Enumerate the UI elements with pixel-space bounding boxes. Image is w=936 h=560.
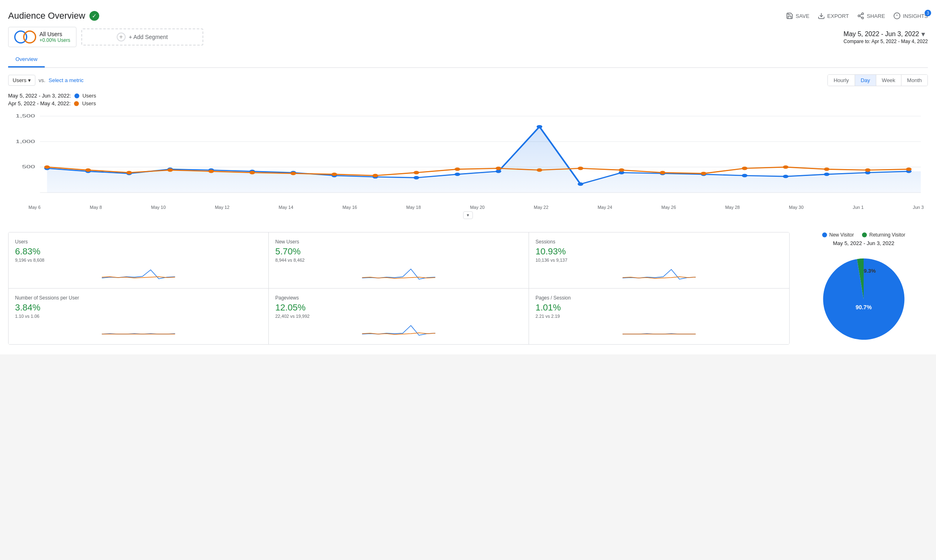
legend-row-1: May 5, 2022 - Jun 3, 2022: Users Apr 5, … <box>8 93 96 106</box>
svg-point-56 <box>865 168 871 171</box>
legend-metric-1: Users <box>83 93 96 99</box>
add-segment-icon: + <box>117 33 126 41</box>
mini-chart-users <box>15 266 262 282</box>
chart-collapse-button[interactable]: ▾ <box>463 211 473 219</box>
svg-point-46 <box>455 167 460 171</box>
svg-point-52 <box>701 172 706 175</box>
metric-pct-users: 6.83% <box>15 246 262 257</box>
segment-circles <box>14 30 36 43</box>
chart-legend: May 5, 2022 - Jun 3, 2022: Users Apr 5, … <box>8 93 928 106</box>
segment-circle-orange <box>23 30 36 43</box>
metric-values-pages-per-session: 2.21 vs 2.19 <box>535 314 783 319</box>
select-metric-link[interactable]: Select a metric <box>49 77 84 83</box>
add-segment-button[interactable]: + + Add Segment <box>81 28 203 46</box>
svg-point-42 <box>290 172 296 175</box>
legend-dot-orange <box>74 101 79 106</box>
pie-legend-returning-visitor: Returning Visitor <box>862 232 906 238</box>
export-button[interactable]: EXPORT <box>818 12 849 20</box>
svg-point-3 <box>862 17 864 19</box>
time-btn-hourly[interactable]: Hourly <box>828 75 855 86</box>
metric-title-sessions: Sessions <box>535 239 783 245</box>
metric-values-sessions-per-user: 1.10 vs 1.06 <box>15 314 262 319</box>
pie-dot-new-visitor <box>822 232 827 237</box>
metric-label: Users <box>13 77 26 83</box>
svg-point-36 <box>44 165 50 169</box>
svg-point-38 <box>126 171 132 174</box>
pie-label-new-visitor: New Visitor <box>829 232 854 238</box>
legend-date-1: May 5, 2022 - Jun 3, 2022: <box>8 93 71 99</box>
primary-segment[interactable]: All Users +0.00% Users <box>8 27 76 47</box>
metric-pct-pages-per-session: 1.01% <box>535 302 783 313</box>
share-button[interactable]: SHARE <box>857 12 885 20</box>
svg-point-1 <box>862 13 864 15</box>
date-range-main: May 5, 2022 - Jun 3, 2022 ▾ <box>844 30 928 39</box>
date-range-selector[interactable]: May 5, 2022 - Jun 3, 2022 ▾ Compare to: … <box>844 30 928 44</box>
segment-pct: +0.00% Users <box>39 37 70 43</box>
svg-point-57 <box>906 167 912 171</box>
pie-legend: New Visitor Returning Visitor <box>822 232 906 238</box>
svg-point-37 <box>85 168 91 171</box>
time-buttons: Hourly Day Week Month <box>827 74 928 86</box>
metric-card-sessions: Sessions 10.93% 10,136 vs 9,137 <box>529 232 789 289</box>
metric-dropdown[interactable]: Users ▾ <box>8 75 35 86</box>
page-title-text: Audience Overview <box>8 11 85 21</box>
svg-text:500: 500 <box>22 164 35 169</box>
tab-overview[interactable]: Overview <box>8 52 45 67</box>
svg-point-50 <box>619 168 625 171</box>
metric-pct-sessions: 10.93% <box>535 246 783 257</box>
chart-svg: 1,500 1,000 500 <box>8 110 928 203</box>
svg-point-55 <box>824 167 829 171</box>
mini-chart-pages-per-session <box>535 322 783 338</box>
mini-chart-new-users <box>275 266 522 282</box>
svg-point-44 <box>372 174 378 177</box>
time-btn-day[interactable]: Day <box>855 75 876 86</box>
svg-text:1,000: 1,000 <box>15 139 35 143</box>
metric-card-new-users: New Users 5.70% 8,944 vs 8,462 <box>269 232 529 289</box>
legend-dot-blue <box>74 93 79 98</box>
svg-point-48 <box>537 168 542 171</box>
svg-point-53 <box>742 167 747 170</box>
svg-point-24 <box>455 173 460 176</box>
save-icon <box>786 12 793 20</box>
svg-point-27 <box>578 182 583 186</box>
segment-text: All Users +0.00% Users <box>39 31 70 43</box>
insights-badge: 3 <box>925 10 931 16</box>
chart-collapse: ▾ <box>8 211 928 219</box>
time-btn-week[interactable]: Week <box>876 75 901 86</box>
metric-card-users: Users 6.83% 9,196 vs 8,608 <box>9 232 269 289</box>
metric-title-new-users: New Users <box>275 239 522 245</box>
svg-point-31 <box>742 174 747 177</box>
mini-chart-sessions <box>535 266 783 282</box>
pie-label-returning-visitor: Returning Visitor <box>869 232 906 238</box>
save-button[interactable]: SAVE <box>786 12 810 20</box>
vs-label: vs. <box>39 77 46 83</box>
metric-card-pages-per-session: Pages / Session 1.01% 2.21 vs 2.19 <box>529 289 789 344</box>
insights-button[interactable]: 3 INSIGHTS <box>893 12 928 20</box>
bottom-area: Users 6.83% 9,196 vs 8,608 New Users 5.7… <box>8 226 928 348</box>
time-btn-month[interactable]: Month <box>901 75 927 86</box>
metric-values-users: 9,196 vs 8,608 <box>15 258 262 263</box>
share-icon <box>857 12 864 20</box>
svg-line-4 <box>860 16 862 17</box>
svg-text:1,500: 1,500 <box>15 113 35 118</box>
metric-selector: Users ▾ vs. Select a metric <box>8 75 84 86</box>
legend-item-1: May 5, 2022 - Jun 3, 2022: Users <box>8 93 96 99</box>
mini-chart-pageviews <box>275 322 522 338</box>
svg-text:90.7%: 90.7% <box>855 304 872 310</box>
svg-point-32 <box>783 175 788 178</box>
metric-title-users: Users <box>15 239 262 245</box>
svg-point-54 <box>783 165 788 169</box>
metric-values-new-users: 8,944 vs 8,462 <box>275 258 522 263</box>
main-chart: 1,500 1,000 500 <box>8 110 928 203</box>
metric-pct-sessions-per-user: 3.84% <box>15 302 262 313</box>
x-axis-labels: May 6 May 8 May 10 May 12 May 14 May 16 … <box>8 203 928 210</box>
date-range-compare: Compare to: Apr 5, 2022 - May 4, 2022 <box>844 39 928 44</box>
chart-controls: Users ▾ vs. Select a metric Hourly Day W… <box>8 74 928 86</box>
verified-icon: ✓ <box>89 11 99 21</box>
legend-item-2: Apr 5, 2022 - May 4, 2022: Users <box>8 100 96 106</box>
pie-chart-svg: 90.7% 9.3% <box>815 250 912 348</box>
svg-line-5 <box>860 14 862 15</box>
metric-pct-pageviews: 12.05% <box>275 302 522 313</box>
right-panel: New Visitor Returning Visitor May 5, 202… <box>790 232 928 348</box>
pie-chart-container: 90.7% 9.3% <box>815 250 912 348</box>
